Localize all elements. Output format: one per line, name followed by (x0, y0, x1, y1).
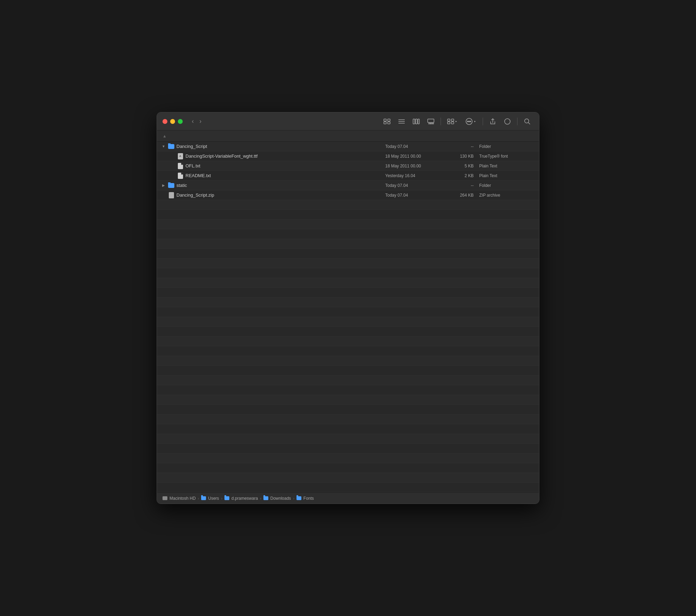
view-icon-button[interactable] (381, 117, 393, 126)
file-size: 2 KB (448, 173, 479, 178)
file-name-label: Dancing_Script (176, 144, 207, 149)
file-kind: Plain Text (479, 164, 535, 168)
empty-row (157, 210, 539, 220)
svg-rect-9 (418, 119, 419, 124)
breadcrumb-item[interactable]: Downloads (263, 496, 291, 501)
column-header: ▲ (157, 131, 539, 142)
empty-row (157, 414, 539, 424)
svg-line-26 (528, 123, 530, 124)
svg-point-25 (525, 119, 529, 123)
share-button[interactable] (487, 117, 499, 126)
empty-row (157, 453, 539, 463)
breadcrumb-item[interactable]: Fonts (296, 496, 314, 501)
font-file-icon: A (177, 153, 183, 159)
table-row[interactable]: ▼Dancing_ScriptToday 07.04--Folder (157, 142, 539, 151)
empty-row (157, 444, 539, 453)
file-size: 264 KB (448, 193, 479, 198)
breadcrumb-separator: › (221, 496, 222, 500)
file-kind: ZIP archive (479, 193, 535, 198)
svg-rect-0 (384, 119, 386, 121)
empty-row (157, 268, 539, 278)
svg-marker-23 (474, 121, 476, 122)
nav-buttons: ‹ › (190, 116, 204, 126)
finder-window: ‹ › (157, 112, 539, 504)
expand-button[interactable] (170, 154, 175, 159)
empty-row (157, 220, 539, 229)
expand-button[interactable] (161, 193, 166, 198)
folder-icon (168, 182, 174, 189)
svg-rect-1 (388, 119, 390, 121)
table-row[interactable]: OFL.txt18 May 2011 00.005 KBPlain Text (157, 161, 539, 171)
file-name-cell: README.txt (161, 173, 385, 179)
empty-row (157, 239, 539, 249)
breadcrumb-item[interactable]: d.prameswara (224, 496, 258, 501)
file-date: Yesterday 16.04 (385, 173, 448, 178)
empty-row (157, 463, 539, 473)
expand-button[interactable] (170, 164, 175, 168)
group-button[interactable] (444, 117, 460, 126)
file-kind: TrueType® font (479, 154, 535, 159)
table-row[interactable]: ▶staticToday 07.04--Folder (157, 181, 539, 190)
toolbar-divider-3 (517, 118, 517, 125)
table-row[interactable]: Dancing_Script.zipToday 07.04264 KBZIP a… (157, 190, 539, 200)
breadcrumb-label: Users (208, 496, 219, 501)
maximize-button[interactable] (178, 119, 183, 124)
svg-rect-16 (448, 122, 450, 124)
file-kind: Folder (479, 144, 535, 149)
breadcrumb-separator: › (260, 496, 261, 500)
svg-point-21 (469, 121, 469, 121)
file-name-label: OFL.txt (185, 163, 200, 168)
empty-row (157, 337, 539, 346)
file-size: -- (448, 183, 479, 188)
svg-rect-3 (388, 122, 390, 124)
empty-row (157, 356, 539, 366)
svg-marker-18 (456, 121, 457, 122)
forward-button[interactable]: › (197, 116, 204, 126)
file-date: 18 May 2011 00.00 (385, 154, 448, 159)
file-date: Today 07.04 (385, 183, 448, 188)
toolbar-divider-2 (483, 118, 483, 125)
titlebar: ‹ › (157, 112, 539, 131)
table-row[interactable]: ADancingScript-VariableFont_wght.ttf18 M… (157, 151, 539, 161)
col-name-header[interactable]: ▲ (161, 134, 385, 139)
file-kind: Folder (479, 183, 535, 188)
statusbar: Macintosh HD›Users›d.prameswara›Download… (157, 492, 539, 504)
expand-button[interactable]: ▼ (161, 144, 166, 149)
view-list-button[interactable] (395, 117, 408, 126)
breadcrumb-label: Downloads (270, 496, 291, 501)
empty-row (157, 200, 539, 210)
file-date: Today 07.04 (385, 193, 448, 198)
file-date: 18 May 2011 00.00 (385, 164, 448, 168)
file-name-cell: ADancingScript-VariableFont_wght.ttf (161, 153, 385, 159)
file-size: -- (448, 144, 479, 149)
view-columns-button[interactable] (410, 117, 422, 126)
folder-icon (201, 496, 206, 500)
close-button[interactable] (163, 119, 167, 124)
file-name-cell: OFL.txt (161, 163, 385, 169)
table-row[interactable]: README.txtYesterday 16.042 KBPlain Text (157, 171, 539, 181)
expand-button[interactable] (170, 173, 175, 178)
search-button[interactable] (521, 117, 533, 126)
action-button[interactable] (462, 116, 479, 127)
breadcrumb-label: Fonts (303, 496, 314, 501)
empty-row (157, 346, 539, 356)
folder-icon (296, 496, 301, 500)
breadcrumb-label: d.prameswara (231, 496, 258, 501)
back-button[interactable]: ‹ (190, 116, 196, 126)
file-list: ▼Dancing_ScriptToday 07.04--FolderADanci… (157, 142, 539, 492)
expand-button[interactable]: ▶ (161, 183, 166, 188)
breadcrumb-item[interactable]: Macintosh HD (163, 496, 196, 501)
tag-button[interactable] (501, 117, 514, 126)
empty-row (157, 366, 539, 376)
empty-row (157, 288, 539, 298)
empty-row (157, 376, 539, 385)
traffic-lights (163, 119, 183, 124)
folder-icon (168, 143, 174, 150)
doc-file-icon (177, 173, 183, 179)
svg-point-20 (467, 121, 468, 121)
empty-row (157, 327, 539, 337)
view-gallery-button[interactable] (425, 117, 437, 126)
minimize-button[interactable] (170, 119, 175, 124)
breadcrumb-item[interactable]: Users (201, 496, 219, 501)
empty-row (157, 229, 539, 239)
